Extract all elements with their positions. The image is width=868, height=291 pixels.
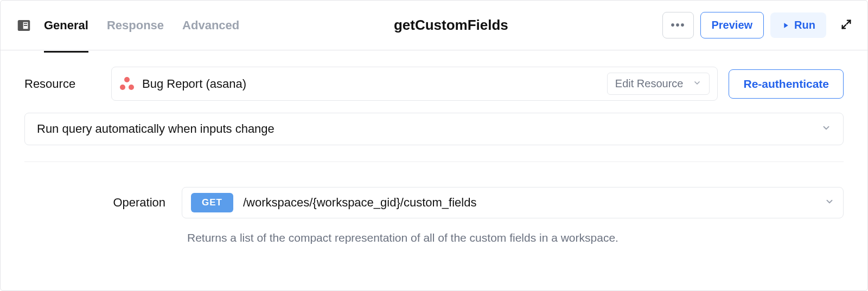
chevron-down-icon — [693, 77, 701, 90]
resource-label: Resource — [24, 77, 100, 91]
tab-response[interactable]: Response — [107, 5, 164, 46]
divider — [24, 161, 844, 162]
run-button-label: Run — [794, 19, 815, 31]
expand-icon[interactable] — [840, 18, 852, 33]
operation-row: Operation GET /workspaces/{workspace_gid… — [24, 187, 844, 218]
reauthenticate-button[interactable]: Re-authenticate — [729, 69, 844, 99]
resource-name: Bug Report (asana) — [142, 77, 599, 91]
play-icon — [781, 21, 790, 30]
chevron-down-icon — [821, 122, 831, 136]
tab-general[interactable]: General — [44, 5, 88, 46]
run-mode-selector[interactable]: Run query automatically when inputs chan… — [24, 113, 844, 145]
edit-resource-button[interactable]: Edit Resource — [607, 73, 710, 95]
tabs: General Response Advanced — [44, 5, 239, 46]
operation-path: /workspaces/{workspace_gid}/custom_field… — [243, 196, 815, 210]
operation-label: Operation — [24, 196, 171, 210]
resource-row: Resource Bug Report (asana) Edit Resourc… — [24, 67, 844, 101]
more-menu-button[interactable]: ••• — [662, 12, 693, 38]
chevron-down-icon — [825, 197, 834, 209]
tab-advanced[interactable]: Advanced — [182, 5, 239, 46]
operation-selector[interactable]: GET /workspaces/{workspace_gid}/custom_f… — [182, 187, 844, 218]
ellipsis-icon: ••• — [671, 19, 685, 31]
http-method-badge: GET — [191, 193, 233, 212]
preview-button[interactable]: Preview — [700, 12, 764, 38]
query-title[interactable]: getCustomFields — [239, 17, 662, 34]
run-mode-label: Run query automatically when inputs chan… — [37, 122, 275, 136]
edit-resource-label: Edit Resource — [615, 77, 684, 90]
operation-description: Returns a list of the compact representa… — [187, 231, 844, 244]
resource-selector[interactable]: Bug Report (asana) Edit Resource — [111, 67, 718, 101]
header: General Response Advanced getCustomField… — [1, 1, 867, 50]
run-button[interactable]: Run — [770, 12, 826, 38]
asana-icon — [119, 76, 135, 92]
panel-toggle-icon[interactable] — [16, 17, 32, 34]
